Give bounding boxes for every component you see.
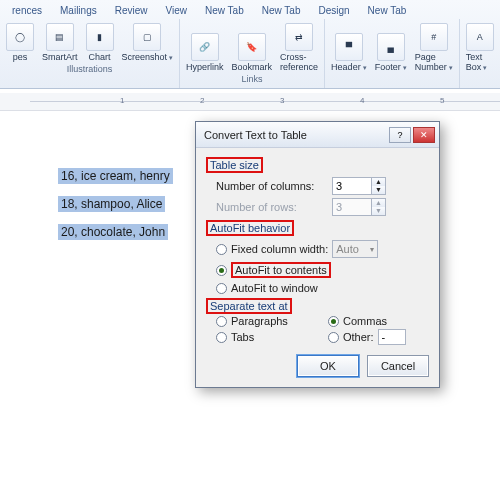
shapes-icon: ◯: [6, 23, 34, 51]
selected-line[interactable]: 16, ice cream, henry: [58, 168, 173, 184]
ribbon-groups: ◯pes ▤SmartArt ▮Chart ▢Screenshot▾ Illus…: [0, 19, 500, 88]
cancel-button[interactable]: Cancel: [367, 355, 429, 377]
group-caption-hf: [391, 72, 394, 86]
pagenum-button[interactable]: #Page Number▾: [415, 23, 453, 72]
selected-line[interactable]: 20, chocolate, John: [58, 224, 168, 240]
crossref-button[interactable]: ⇄Cross-reference: [280, 23, 318, 72]
rows-up-icon: ▲: [371, 199, 385, 207]
radio-autofit-contents[interactable]: AutoFit to contents: [216, 261, 429, 279]
radio-commas[interactable]: Commas: [328, 315, 428, 327]
smartart-button[interactable]: ▤SmartArt: [42, 23, 78, 62]
cols-input[interactable]: [333, 178, 371, 194]
radio-dot-icon: [216, 244, 227, 255]
textbox-icon: A: [466, 23, 494, 51]
radio-paragraphs[interactable]: Paragraphs: [216, 315, 316, 327]
rows-label: Number of rows:: [216, 201, 326, 213]
textbox-button[interactable]: AText Box▾: [466, 23, 494, 72]
ruler: 1 2 3 4 5: [0, 93, 500, 111]
group-caption-illustrations: Illustrations: [67, 62, 113, 76]
radio-fixed-width[interactable]: Fixed column width: Auto▾: [216, 240, 429, 258]
crossref-icon: ⇄: [285, 23, 313, 51]
tab-mailings[interactable]: Mailings: [52, 2, 105, 19]
shapes-button[interactable]: ◯pes: [6, 23, 34, 62]
group-illustrations: ◯pes ▤SmartArt ▮Chart ▢Screenshot▾ Illus…: [0, 19, 180, 88]
smartart-icon: ▤: [46, 23, 74, 51]
radio-autofit-window[interactable]: AutoFit to window: [216, 282, 429, 294]
cols-down-icon[interactable]: ▼: [371, 186, 385, 194]
cols-spinner[interactable]: ▲▼: [332, 177, 386, 195]
tab-references[interactable]: rences: [4, 2, 50, 19]
cols-label: Number of columns:: [216, 180, 326, 192]
footer-button[interactable]: ▄Footer▾: [375, 33, 407, 72]
radio-dot-icon: [216, 316, 227, 327]
other-char-input[interactable]: [378, 329, 406, 345]
bookmark-icon: 🔖: [238, 33, 266, 61]
dialog-title: Convert Text to Table: [204, 129, 389, 141]
radio-dot-icon: [328, 332, 339, 343]
fixed-width-select: Auto▾: [332, 240, 378, 258]
screenshot-icon: ▢: [133, 23, 161, 51]
selected-text[interactable]: 16, ice cream, henry 18, shampoo, Alice …: [58, 166, 173, 250]
tab-new1[interactable]: New Tab: [197, 2, 252, 19]
dialog-close-button[interactable]: ✕: [413, 127, 435, 143]
dialog-help-button[interactable]: ?: [389, 127, 411, 143]
pagenum-icon: #: [420, 23, 448, 51]
rows-down-icon: ▼: [371, 207, 385, 215]
tab-new2[interactable]: New Tab: [254, 2, 309, 19]
radio-other[interactable]: Other:: [328, 329, 428, 345]
ribbon-tabs: rences Mailings Review View New Tab New …: [0, 0, 500, 19]
cols-up-icon[interactable]: ▲: [371, 178, 385, 186]
group-links: 🔗Hyperlink 🔖Bookmark ⇄Cross-reference Li…: [180, 19, 325, 88]
section-autofit: AutoFit behavior: [206, 220, 294, 236]
tab-review[interactable]: Review: [107, 2, 156, 19]
radio-dot-icon: [216, 332, 227, 343]
rows-spinner: ▲▼: [332, 198, 386, 216]
bookmark-button[interactable]: 🔖Bookmark: [232, 33, 273, 72]
dialog-titlebar[interactable]: Convert Text to Table ? ✕: [196, 122, 439, 148]
rows-input: [333, 199, 371, 215]
section-separate: Separate text at: [206, 298, 292, 314]
group-text: AText Box▾ ▦Quick Parts▾ WWo: [460, 19, 500, 88]
chart-icon: ▮: [86, 23, 114, 51]
header-icon: ▀: [335, 33, 363, 61]
chart-button[interactable]: ▮Chart: [86, 23, 114, 62]
screenshot-button[interactable]: ▢Screenshot▾: [122, 23, 174, 62]
document-area[interactable]: 16, ice cream, henry 18, shampoo, Alice …: [0, 111, 500, 500]
convert-text-to-table-dialog: Convert Text to Table ? ✕ Table size Num…: [195, 121, 440, 388]
tab-new3[interactable]: New Tab: [360, 2, 415, 19]
group-caption-links: Links: [242, 72, 263, 86]
footer-icon: ▄: [377, 33, 405, 61]
ribbon: rences Mailings Review View New Tab New …: [0, 0, 500, 89]
tab-design[interactable]: Design: [310, 2, 357, 19]
selected-line[interactable]: 18, shampoo, Alice: [58, 196, 165, 212]
header-button[interactable]: ▀Header▾: [331, 33, 367, 72]
radio-dot-icon: [328, 316, 339, 327]
group-header-footer: ▀Header▾ ▄Footer▾ #Page Number▾: [325, 19, 460, 88]
tab-view[interactable]: View: [158, 2, 196, 19]
section-table-size: Table size: [206, 157, 263, 173]
radio-dot-icon: [216, 283, 227, 294]
ok-button[interactable]: OK: [297, 355, 359, 377]
radio-dot-icon: [216, 265, 227, 276]
hyperlink-icon: 🔗: [191, 33, 219, 61]
radio-tabs[interactable]: Tabs: [216, 329, 316, 345]
hyperlink-button[interactable]: 🔗Hyperlink: [186, 33, 224, 72]
